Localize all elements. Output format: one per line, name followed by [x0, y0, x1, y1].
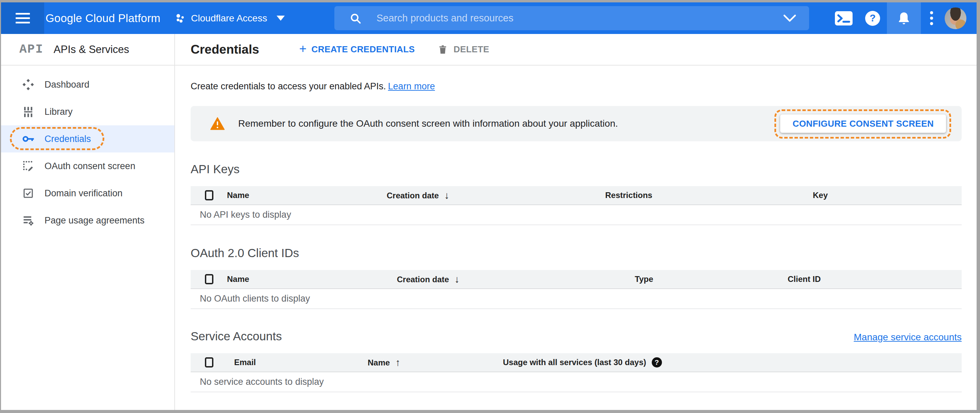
sidebar-item-label: OAuth consent screen: [45, 161, 135, 172]
api-keys-title: API Keys: [191, 162, 962, 176]
consent-screen-icon: [21, 160, 35, 172]
search-placeholder: Search products and resources: [377, 13, 514, 24]
sidebar-item-dashboard[interactable]: Dashboard: [1, 71, 174, 98]
bell-icon: [896, 11, 912, 26]
empty-state: No API keys to display: [191, 205, 962, 225]
help-button[interactable]: ?: [858, 2, 887, 34]
service-accounts-header-row: Service Accounts Manage service accounts: [191, 329, 962, 343]
warning-banner: Remember to configure the OAuth consent …: [191, 106, 962, 141]
sort-desc-icon: ↓: [444, 190, 449, 201]
plus-icon: +: [299, 42, 307, 56]
sidebar-item-credentials[interactable]: Credentials: [1, 125, 174, 152]
empty-state: No service accounts to display: [191, 372, 962, 392]
select-all-checkbox[interactable]: [205, 357, 213, 367]
search-chevron-down-icon[interactable]: [783, 14, 796, 22]
library-icon: [21, 106, 35, 118]
column-name[interactable]: Name: [227, 275, 249, 284]
trash-icon: [438, 44, 448, 56]
banner-action: CONFIGURE CONSENT SCREEN: [780, 114, 946, 133]
api-keys-table: Name Creation date ↓ Restrictions Key No…: [191, 186, 962, 225]
main-content: Credentials + CREATE CREDENTIALS DELETE: [175, 34, 977, 410]
project-icon: [175, 13, 186, 24]
create-credentials-button[interactable]: + CREATE CREDENTIALS: [299, 43, 415, 56]
column-creation-date[interactable]: Creation date ↓: [397, 274, 460, 285]
page-body: Create credentials to access your enable…: [175, 65, 977, 392]
learn-more-link[interactable]: Learn more: [388, 81, 435, 91]
sidebar-item-domain-verification[interactable]: Domain verification: [1, 179, 174, 207]
sidebar-header: API APIs & Services: [1, 34, 174, 65]
hamburger-button[interactable]: [1, 2, 44, 34]
key-icon: [21, 132, 35, 145]
avatar[interactable]: [945, 8, 966, 29]
column-type[interactable]: Type: [635, 275, 653, 284]
list-gear-icon: [21, 214, 35, 227]
page-title: Credentials: [191, 43, 259, 57]
select-all-checkbox[interactable]: [205, 274, 213, 284]
hamburger-icon: [16, 13, 30, 14]
project-selector[interactable]: Cloudflare Access: [175, 13, 285, 24]
sidebar-nav: Dashboard Library: [1, 65, 174, 234]
warning-icon: [210, 117, 224, 130]
caret-down-icon: [277, 16, 285, 21]
column-name[interactable]: Name: [227, 191, 249, 200]
empty-state: No OAuth clients to display: [191, 289, 962, 309]
sort-asc-icon: ↑: [395, 357, 400, 368]
select-all-checkbox[interactable]: [205, 190, 213, 200]
sidebar-item-library[interactable]: Library: [1, 98, 174, 125]
column-creation-date[interactable]: Creation date ↓: [387, 190, 449, 201]
sort-desc-icon: ↓: [454, 274, 460, 285]
browser-window: Google Cloud Platform Cloudflare Access …: [1, 2, 977, 410]
column-name[interactable]: Name ↑: [368, 357, 400, 368]
banner-message: Remember to configure the OAuth consent …: [238, 118, 618, 129]
page-header: Credentials + CREATE CREDENTIALS DELETE: [175, 34, 977, 65]
oauth-clients-table: Name Creation date ↓ Type Client ID No O…: [191, 270, 962, 309]
column-client-id[interactable]: Client ID: [788, 275, 821, 284]
help-icon: ?: [865, 11, 880, 26]
column-usage[interactable]: Usage with all services (last 30 days) ?: [503, 357, 662, 367]
cloud-shell-icon: [835, 11, 853, 25]
usage-help-icon[interactable]: ?: [652, 357, 662, 367]
sidebar-title: APIs & Services: [54, 43, 129, 56]
service-accounts-table: Email Name ↑ Usage with all services (la…: [191, 353, 962, 392]
search-bar[interactable]: Search products and resources: [334, 6, 809, 30]
sidebar-item-oauth-consent[interactable]: OAuth consent screen: [1, 152, 174, 179]
cloud-shell-button[interactable]: [829, 2, 858, 34]
topbar: Google Cloud Platform Cloudflare Access …: [1, 2, 977, 34]
manage-service-accounts-link[interactable]: Manage service accounts: [854, 332, 962, 343]
gcp-logo: Google Cloud Platform: [46, 12, 161, 25]
column-email[interactable]: Email: [234, 357, 256, 367]
table-header: Name Creation date ↓ Type Client ID: [191, 270, 962, 289]
sidebar-item-label: Library: [45, 106, 73, 117]
sidebar-item-label: Credentials: [45, 134, 91, 145]
column-key[interactable]: Key: [813, 191, 828, 200]
intro-text: Create credentials to access your enable…: [191, 81, 962, 92]
search-icon: [349, 12, 361, 24]
project-name: Cloudflare Access: [191, 13, 267, 24]
table-header: Name Creation date ↓ Restrictions Key: [191, 186, 962, 205]
delete-button[interactable]: DELETE: [438, 44, 489, 56]
notifications-button[interactable]: [887, 2, 921, 34]
checkbox-check-icon: [21, 187, 35, 199]
sidebar-item-label: Dashboard: [45, 79, 89, 90]
table-header: Email Name ↑ Usage with all services (la…: [191, 353, 962, 372]
sidebar-item-page-usage[interactable]: Page usage agreements: [1, 207, 174, 234]
topbar-actions: ?: [829, 2, 977, 34]
dashboard-icon: [21, 78, 35, 91]
configure-consent-screen-button[interactable]: CONFIGURE CONSENT SCREEN: [780, 114, 946, 133]
oauth-clients-title: OAuth 2.0 Client IDs: [191, 246, 962, 260]
api-logo: API: [19, 43, 43, 56]
service-accounts-title: Service Accounts: [191, 329, 282, 343]
overflow-menu-button[interactable]: [921, 2, 942, 34]
sidebar-item-label: Domain verification: [45, 188, 123, 199]
column-restrictions[interactable]: Restrictions: [605, 191, 652, 200]
dots-icon: [930, 11, 933, 14]
sidebar: API APIs & Services Dashboard: [1, 34, 175, 410]
sidebar-item-label: Page usage agreements: [45, 215, 145, 226]
